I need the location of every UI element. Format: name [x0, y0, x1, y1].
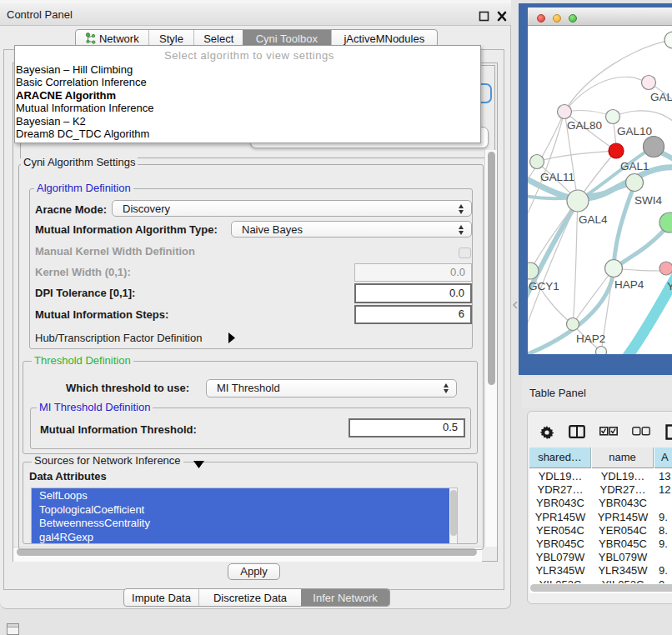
svg-text:GAL11: GAL11: [540, 171, 574, 183]
svg-text:GAL1: GAL1: [620, 160, 649, 172]
svg-text:Y: Y: [667, 280, 672, 292]
svg-text:SWI4: SWI4: [634, 194, 662, 207]
svg-text:GAL2: GAL2: [650, 91, 672, 103]
svg-text:GCY1: GCY1: [529, 280, 559, 292]
svg-text:HAP4: HAP4: [614, 278, 644, 291]
svg-text:GAL80: GAL80: [567, 119, 602, 132]
svg-text:GAL4: GAL4: [579, 213, 608, 226]
svg-text:HAP2: HAP2: [576, 332, 605, 345]
svg-text:GAL10: GAL10: [617, 125, 652, 138]
